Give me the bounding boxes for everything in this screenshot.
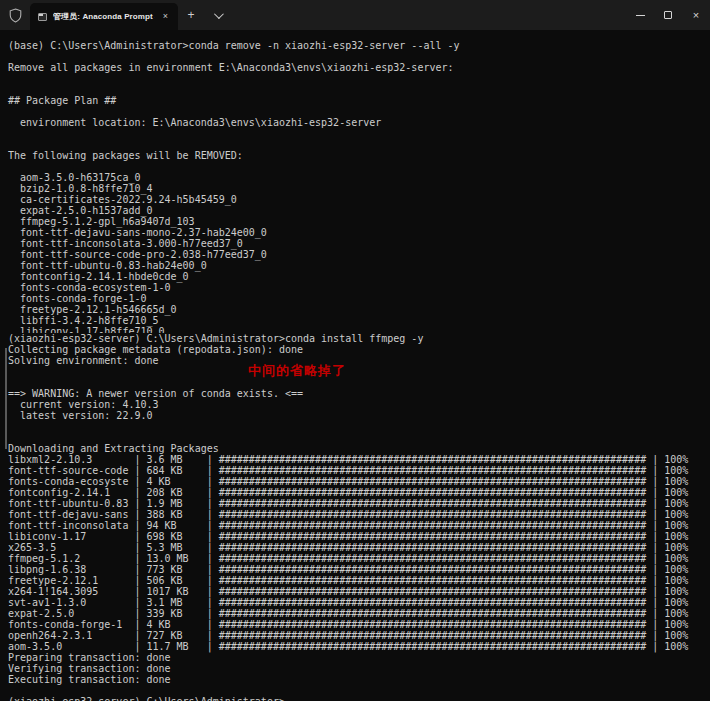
close-button[interactable]: × — [682, 0, 710, 30]
terminal-line: font-ttf-inconsolata-3.000-h77eed37_0 — [8, 238, 710, 249]
tab-close-icon[interactable]: × — [161, 10, 170, 23]
terminal-line: expat-2.5.0-h1537add_0 — [8, 205, 710, 216]
terminal-line: The following packages will be REMOVED: — [8, 150, 710, 161]
terminal-line — [8, 106, 710, 117]
terminal-line: current version: 4.10.3 — [8, 399, 710, 410]
chevron-down-icon — [213, 9, 223, 19]
terminal-window: 管理员: Anaconda Prompt - co × + × (base) C… — [0, 0, 710, 701]
terminal-line-progress: font-ttf-inconsolata | 94 KB | #########… — [8, 520, 710, 531]
terminal-line: ffmpeg-5.1.2-gpl_h6a9407d_103 — [8, 216, 710, 227]
terminal-line: Solving environment: done — [8, 355, 710, 366]
terminal-line: font-ttf-source-code-pro-2.038-h77eed37_… — [8, 249, 710, 260]
terminal-line: latest version: 22.9.0 — [8, 410, 710, 421]
terminal-line: fonts-conda-forge-1-0 — [8, 293, 710, 304]
terminal-line: ## Package Plan ## — [8, 95, 710, 106]
terminal-line: environment location: E:\Anaconda3\envs\… — [8, 117, 710, 128]
close-icon: × — [693, 10, 699, 21]
terminal-line — [8, 73, 710, 84]
terminal-line — [8, 432, 710, 443]
terminal-line-progress: libiconv-1.17 | 698 KB | ###############… — [8, 531, 710, 542]
terminal-line: Downloading and Extracting Packages — [8, 443, 710, 454]
terminal-line — [8, 421, 710, 432]
terminal-line-progress: aom-3.5.0 | 11.7 MB | ##################… — [8, 641, 710, 652]
titlebar-drag-area — [230, 0, 626, 30]
terminal-line: fontconfig-2.14.1-hbde0cde_0 — [8, 271, 710, 282]
terminal-line: (base) C:\Users\Administrator>conda remo… — [8, 40, 710, 51]
terminal-line-progress: fonts-conda-ecosyste | 4 KB | ##########… — [8, 476, 710, 487]
terminal-line-progress: openh264-2.3.1 | 727 KB | ##############… — [8, 630, 710, 641]
terminal-line: Preparing transaction: done — [8, 652, 710, 663]
terminal-line — [8, 128, 710, 139]
terminal-line-progress: font-ttf-dejavu-sans | 388 KB | ########… — [8, 509, 710, 520]
terminal-line: font-ttf-ubuntu-0.83-hab24e00_0 — [8, 260, 710, 271]
terminal-line: libffi-3.4.2-h8ffe710_5 — [8, 315, 710, 326]
maximize-icon — [664, 11, 672, 19]
maximize-button[interactable] — [654, 0, 682, 30]
terminal-line: libiconv-1.17-h8ffe710_0 — [8, 326, 710, 333]
terminal-line — [8, 84, 710, 95]
terminal-line-progress: font-ttf-ubuntu-0.83 | 1.9 MB | ########… — [8, 498, 710, 509]
terminal-line: Verifying transaction: done — [8, 663, 710, 674]
terminal-line — [8, 139, 710, 150]
terminal-line — [8, 685, 710, 696]
screenshot-stitch-artifact — [5, 348, 7, 449]
tab-dropdown-button[interactable] — [204, 0, 230, 30]
console-window-icon — [38, 13, 47, 21]
minimize-button[interactable] — [626, 0, 654, 30]
terminal-line-progress: x265-3.5 | 5.3 MB | ####################… — [8, 542, 710, 553]
terminal-line: Executing transaction: done — [8, 674, 710, 685]
terminal-line-progress: fonts-conda-forge-1 | 4 KB | ###########… — [8, 619, 710, 630]
red-annotation-text: 中间的省略掉了 — [248, 362, 346, 380]
terminal-line-progress: ffmpeg-5.1.2 | 13.0 MB | ###############… — [8, 553, 710, 564]
terminal-line-progress: fontconfig-2.14.1 | 208 KB | ###########… — [8, 487, 710, 498]
terminal-line-progress: x264-1!164.3095 | 1017 KB | ############… — [8, 586, 710, 597]
terminal-line-progress: font-ttf-source-code | 684 KB | ########… — [8, 465, 710, 476]
terminal-line: bzip2-1.0.8-h8ffe710_4 — [8, 183, 710, 194]
terminal-line — [8, 51, 710, 62]
terminal-line: ==> WARNING: A newer version of conda ex… — [8, 388, 710, 399]
tab-anaconda-prompt[interactable]: 管理员: Anaconda Prompt - co × — [30, 3, 178, 30]
terminal-line-progress: expat-2.5.0 | 339 KB | #################… — [8, 608, 710, 619]
terminal-line: font-ttf-dejavu-sans-mono-2.37-hab24e00_… — [8, 227, 710, 238]
tab-title: 管理员: Anaconda Prompt - co — [53, 11, 155, 22]
terminal-line-progress: svt-av1-1.3.0 | 3.1 MB | ###############… — [8, 597, 710, 608]
terminal-line: Remove all packages in environment E:\An… — [8, 62, 710, 73]
titlebar: 管理员: Anaconda Prompt - co × + × — [0, 0, 710, 30]
terminal-line: freetype-2.12.1-h546665d_0 — [8, 304, 710, 315]
minimize-icon — [636, 15, 645, 16]
terminal-line — [8, 161, 710, 172]
terminal-line: (xiaozhi-esp32-server) C:\Users\Administ… — [8, 696, 710, 701]
terminal-line: (xiaozhi-esp32-server) C:\Users\Administ… — [8, 333, 710, 344]
terminal-line-progress: libpng-1.6.38 | 773 KB | ###############… — [8, 564, 710, 575]
new-tab-button[interactable]: + — [178, 0, 204, 30]
terminal-line-progress: libxml2-2.10.3 | 3.6 MB | ##############… — [8, 454, 710, 465]
admin-shield-icon — [0, 0, 30, 30]
terminal-line — [8, 366, 710, 377]
terminal-line — [8, 377, 710, 388]
terminal-line: ca-certificates-2022.9.24-h5b45459_0 — [8, 194, 710, 205]
terminal-line: fonts-conda-ecosystem-1-0 — [8, 282, 710, 293]
terminal-line: aom-3.5.0-h63175ca_0 — [8, 172, 710, 183]
terminal-output[interactable]: (base) C:\Users\Administrator>conda remo… — [0, 30, 710, 701]
terminal-line: Collecting package metadata (repodata.js… — [8, 344, 710, 355]
terminal-line-progress: freetype-2.12.1 | 506 KB | #############… — [8, 575, 710, 586]
